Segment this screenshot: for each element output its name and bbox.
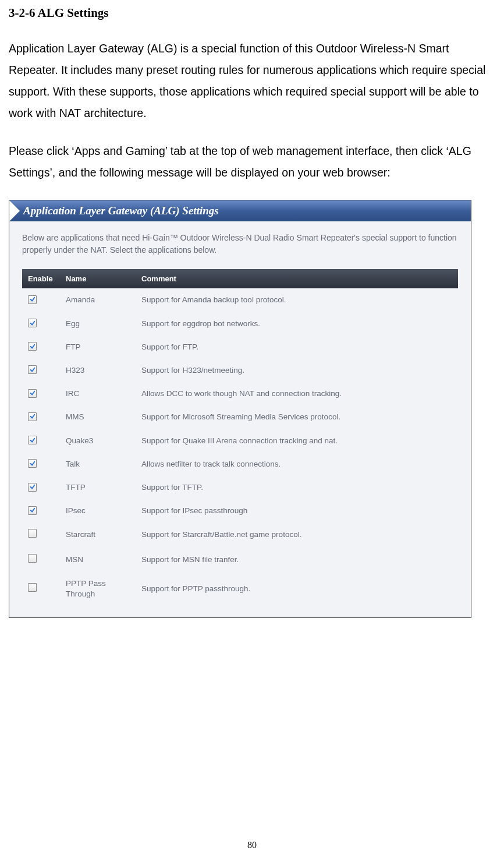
table-row: EggSupport for eggdrop bot networks.	[22, 312, 458, 336]
enable-checkbox[interactable]	[28, 365, 37, 374]
header-name: Name	[60, 269, 136, 288]
panel-banner: Application Layer Gateway (ALG) Settings	[9, 200, 471, 221]
header-comment: Comment	[136, 269, 458, 288]
cell-name: FTP	[60, 336, 136, 359]
enable-checkbox[interactable]	[28, 583, 37, 592]
enable-checkbox[interactable]	[28, 342, 37, 351]
cell-name: H323	[60, 359, 136, 382]
enable-checkbox[interactable]	[28, 436, 37, 444]
cell-comment: Support for PPTP passthrough.	[136, 572, 458, 606]
cell-comment: Support for TFTP.	[136, 476, 458, 499]
cell-enable	[22, 382, 60, 405]
cell-enable	[22, 429, 60, 453]
cell-enable	[22, 548, 60, 572]
table-row: TalkAllows netfilter to track talk conne…	[22, 453, 458, 476]
table-row: IRCAllows DCC to work though NAT and con…	[22, 382, 458, 405]
alg-table: Enable Name Comment AmandaSupport for Am…	[22, 269, 458, 606]
header-enable: Enable	[22, 269, 60, 288]
enable-checkbox[interactable]	[28, 529, 37, 538]
enable-checkbox[interactable]	[28, 506, 37, 515]
cell-enable	[22, 359, 60, 382]
table-row: H323Support for H323/netmeeting.	[22, 359, 458, 382]
alg-settings-screenshot: Application Layer Gateway (ALG) Settings…	[9, 200, 471, 618]
table-row: IPsecSupport for IPsec passthrough	[22, 499, 458, 522]
table-row: StarcraftSupport for Starcraft/Battle.ne…	[22, 522, 458, 547]
cell-name: Egg	[60, 312, 136, 336]
cell-comment: Support for MSN file tranfer.	[136, 548, 458, 572]
intro-paragraph-2: Please click ‘Apps and Gaming’ tab at th…	[9, 140, 495, 183]
enable-checkbox[interactable]	[28, 483, 37, 492]
cell-comment: Support for Quake III Arena connection t…	[136, 429, 458, 453]
cell-name: MMS	[60, 405, 136, 429]
table-row: MSNSupport for MSN file tranfer.	[22, 548, 458, 572]
enable-checkbox[interactable]	[28, 295, 37, 304]
table-row: PPTP Pass ThroughSupport for PPTP passth…	[22, 572, 458, 606]
enable-checkbox[interactable]	[28, 389, 37, 398]
cell-enable	[22, 522, 60, 547]
section-heading: 3-2-6 ALG Settings	[9, 6, 495, 20]
cell-name: IPsec	[60, 499, 136, 522]
cell-comment: Allows netfilter to track talk connectio…	[136, 453, 458, 476]
page-number: 80	[0, 840, 504, 850]
cell-comment: Support for eggdrop bot networks.	[136, 312, 458, 336]
cell-enable	[22, 336, 60, 359]
cell-name: Starcraft	[60, 522, 136, 547]
cell-enable	[22, 476, 60, 499]
cell-name: Quake3	[60, 429, 136, 453]
cell-comment: Support for FTP.	[136, 336, 458, 359]
table-row: TFTPSupport for TFTP.	[22, 476, 458, 499]
banner-arrow-icon	[9, 200, 20, 221]
cell-comment: Support for Amanda backup tool protocol.	[136, 288, 458, 312]
table-row: FTPSupport for FTP.	[22, 336, 458, 359]
enable-checkbox[interactable]	[28, 554, 37, 563]
panel-title: Application Layer Gateway (ALG) Settings	[23, 204, 219, 217]
cell-enable	[22, 312, 60, 336]
enable-checkbox[interactable]	[28, 319, 37, 327]
cell-enable	[22, 453, 60, 476]
cell-enable	[22, 405, 60, 429]
cell-enable	[22, 499, 60, 522]
cell-name: MSN	[60, 548, 136, 572]
panel-body: Below are applications that need Hi-Gain…	[9, 221, 471, 617]
cell-enable	[22, 288, 60, 312]
enable-checkbox[interactable]	[28, 459, 37, 468]
cell-comment: Support for H323/netmeeting.	[136, 359, 458, 382]
cell-comment: Support for Starcraft/Battle.net game pr…	[136, 522, 458, 547]
intro-paragraph-1: Application Layer Gateway (ALG) is a spe…	[9, 38, 495, 124]
cell-comment: Allows DCC to work though NAT and connec…	[136, 382, 458, 405]
cell-comment: Support for Microsoft Streaming Media Se…	[136, 405, 458, 429]
cell-name: PPTP Pass Through	[60, 572, 136, 606]
panel-description: Below are applications that need Hi-Gain…	[22, 232, 458, 256]
table-row: Quake3Support for Quake III Arena connec…	[22, 429, 458, 453]
table-header-row: Enable Name Comment	[22, 269, 458, 288]
enable-checkbox[interactable]	[28, 412, 37, 421]
cell-name: Amanda	[60, 288, 136, 312]
cell-comment: Support for IPsec passthrough	[136, 499, 458, 522]
cell-name: Talk	[60, 453, 136, 476]
table-row: AmandaSupport for Amanda backup tool pro…	[22, 288, 458, 312]
table-row: MMSSupport for Microsoft Streaming Media…	[22, 405, 458, 429]
cell-enable	[22, 572, 60, 606]
cell-name: TFTP	[60, 476, 136, 499]
cell-name: IRC	[60, 382, 136, 405]
